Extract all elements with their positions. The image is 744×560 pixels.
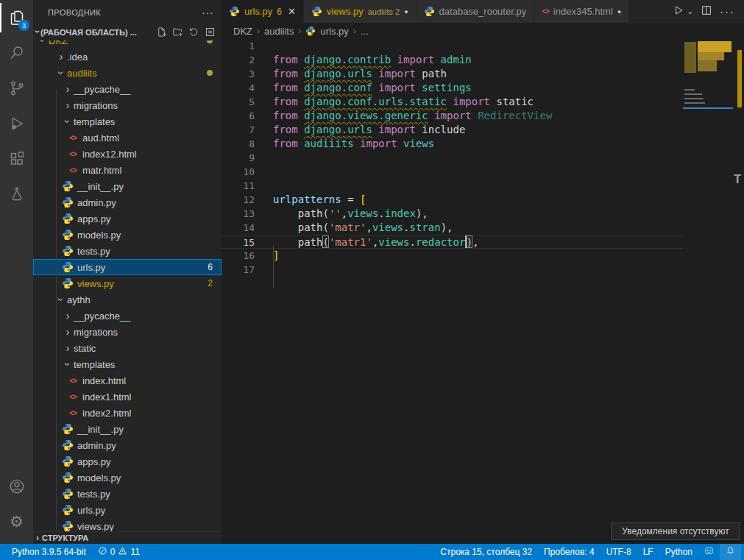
status-indentation[interactable]: Пробелов: 4: [538, 544, 600, 560]
tab-database-roouter-py[interactable]: database_roouter.py: [417, 0, 535, 23]
code-line-2[interactable]: 2from django.contrib import admin: [222, 53, 683, 67]
activitybar-account-icon[interactable]: [0, 469, 33, 504]
status-cursor-position[interactable]: Строка 15, столбец 32: [434, 544, 538, 560]
breadcrumb-item[interactable]: ...: [361, 26, 369, 37]
tree-folder-static[interactable]: ›static: [33, 340, 222, 356]
status-notifications-bell[interactable]: [720, 544, 741, 560]
editor-scrollbar[interactable]: [733, 39, 744, 544]
code-line-15[interactable]: 15 path('matr1',views.redactor),: [222, 235, 683, 249]
code-line-8[interactable]: 8from audiiits import views: [222, 137, 683, 151]
warning-icon: [118, 546, 127, 558]
code-line-3[interactable]: 3from django.urls import path: [222, 67, 683, 81]
new-folder-icon[interactable]: [172, 26, 183, 39]
tree-file-apps-py[interactable]: apps.py: [33, 210, 222, 227]
modified-dot-icon[interactable]: ●: [617, 8, 621, 15]
line-number: 11: [222, 179, 273, 193]
activitybar-run-debug-icon[interactable]: [0, 106, 33, 141]
code-line-5[interactable]: 5from django.conf.urls.static import sta…: [222, 95, 683, 109]
status-encoding[interactable]: UTF-8: [600, 544, 637, 560]
workspace-section-header[interactable]: › (РАБОЧАЯ ОБЛАСТЬ) ...: [33, 24, 222, 40]
code-line-7[interactable]: 7from django.urls import include: [222, 123, 683, 137]
close-icon[interactable]: ✕: [288, 6, 296, 17]
tree-folder-audiiits[interactable]: ›audiiits: [33, 65, 222, 81]
tree-folder-templates[interactable]: ›templates: [33, 113, 222, 130]
breadcrumb-item[interactable]: urls.py: [320, 26, 348, 37]
outline-section-header[interactable]: › СТРУКТУРА: [33, 531, 222, 544]
tree-file--init-py[interactable]: __init__.py: [33, 421, 222, 437]
tab-index345-html[interactable]: <>index345.html●: [534, 0, 629, 23]
collapse-all-icon[interactable]: [205, 26, 216, 39]
tree-file-urls-py[interactable]: urls.py: [33, 502, 222, 518]
status-python-interpreter[interactable]: Python 3.9.5 64-bit: [6, 544, 92, 560]
tree-file-views-py[interactable]: views.py2: [33, 275, 222, 291]
tree-file-models-py[interactable]: models.py: [33, 469, 222, 486]
code-line-4[interactable]: 4from django.conf import settings: [222, 81, 683, 95]
status-eol[interactable]: LF: [637, 544, 659, 560]
new-file-icon[interactable]: [156, 26, 167, 39]
tree-file-views-py[interactable]: views.py: [33, 518, 222, 533]
code-token: =: [341, 193, 360, 207]
minimap-warning-highlight: [698, 52, 724, 60]
activity-bar: 3 ⚙: [0, 0, 33, 544]
tab-views-py[interactable]: views.pyaudiiits 2●: [304, 0, 417, 23]
run-dropdown-icon[interactable]: ⌄: [687, 7, 693, 15]
tree-file-admin-py[interactable]: admin.py: [33, 437, 222, 453]
tree-file-index-html[interactable]: <>index.html: [33, 372, 222, 389]
tree-file--init-py[interactable]: __init__.py: [33, 178, 222, 194]
tree-folder--idea[interactable]: ›.idea: [33, 49, 222, 65]
tree-file-urls-py[interactable]: urls.py6: [33, 259, 222, 275]
activitybar-settings-icon[interactable]: ⚙: [0, 504, 33, 539]
code-token: views: [397, 137, 435, 151]
tree-file-tests-py[interactable]: tests.py: [33, 486, 222, 502]
status-language-mode[interactable]: Python: [659, 544, 698, 560]
tree-folder--pycache-[interactable]: ›__pycache__: [33, 308, 222, 324]
code-line-6[interactable]: 6from django.views.generic import Redire…: [222, 109, 683, 123]
explorer-more-actions-icon[interactable]: ···: [202, 7, 214, 18]
tree-folder-migrations[interactable]: ›migrations: [33, 97, 222, 113]
modified-dot-icon[interactable]: ●: [404, 8, 408, 15]
code-line-13[interactable]: 13 path('',views.index),: [222, 207, 683, 221]
code-line-1[interactable]: 1: [222, 39, 683, 53]
tree-file-admin-py[interactable]: admin.py: [33, 194, 222, 210]
code-line-11[interactable]: 11: [222, 179, 683, 193]
breadcrumb-item[interactable]: audiiits: [264, 26, 294, 37]
code-line-12[interactable]: 12urlpatterns = [: [222, 193, 683, 207]
code-line-10[interactable]: 10: [222, 165, 683, 179]
tree-folder-aythh[interactable]: ›aythh: [33, 291, 222, 308]
tree-file-index1-html[interactable]: <>index1.html: [33, 389, 222, 405]
tab-urls-py[interactable]: urls.py6✕: [222, 0, 304, 23]
minimap[interactable]: [683, 39, 733, 544]
code-editor[interactable]: 12from django.contrib import admin3from …: [222, 39, 744, 544]
tree-file-index12-html[interactable]: <>index12.html: [33, 146, 222, 162]
breadcrumb-item[interactable]: DKZ: [233, 26, 252, 37]
code-line-9[interactable]: 9: [222, 151, 683, 165]
tree-file-models-py[interactable]: models.py: [33, 227, 222, 243]
status-feedback[interactable]: [698, 544, 720, 560]
notifications-tooltip: Уведомления отсутствуют: [611, 522, 740, 540]
activitybar-source-control-icon[interactable]: [0, 71, 33, 106]
status-problems[interactable]: 0 11: [92, 544, 146, 560]
code-line-14[interactable]: 14 path('matr',views.stran),: [222, 221, 683, 235]
tree-folder-templates[interactable]: ›templates: [33, 356, 222, 372]
activitybar-explorer-icon[interactable]: 3: [0, 0, 33, 35]
split-editor-icon[interactable]: [701, 4, 712, 19]
tree-file-aud-html[interactable]: <>aud.html: [33, 130, 222, 146]
tree-folder-migrations[interactable]: ›migrations: [33, 324, 222, 340]
explorer-title: ПРОВОДНИК: [48, 8, 101, 17]
tree-file-matr-html[interactable]: <>matr.html: [33, 162, 222, 178]
code-line-16[interactable]: 16]: [222, 249, 683, 263]
activitybar-testing-icon[interactable]: [0, 177, 33, 212]
activitybar-search-icon[interactable]: [0, 35, 33, 71]
tree-file-tests-py[interactable]: tests.py: [33, 243, 222, 259]
code-line-17[interactable]: 17: [222, 263, 683, 277]
activitybar-extensions-icon[interactable]: [0, 141, 33, 177]
more-actions-icon[interactable]: ···: [720, 5, 735, 18]
tree-item-label: aythh: [67, 294, 91, 305]
tree-file-index2-html[interactable]: <>index2.html: [33, 405, 222, 421]
tree-file-apps-py[interactable]: apps.py: [33, 453, 222, 469]
refresh-icon[interactable]: [188, 26, 199, 39]
code-token: ,: [366, 221, 372, 235]
tree-folder-dkz[interactable]: ›DKZ: [33, 40, 222, 49]
run-python-file-icon[interactable]: [673, 4, 684, 19]
tree-folder--pycache-[interactable]: ›__pycache__: [33, 81, 222, 97]
